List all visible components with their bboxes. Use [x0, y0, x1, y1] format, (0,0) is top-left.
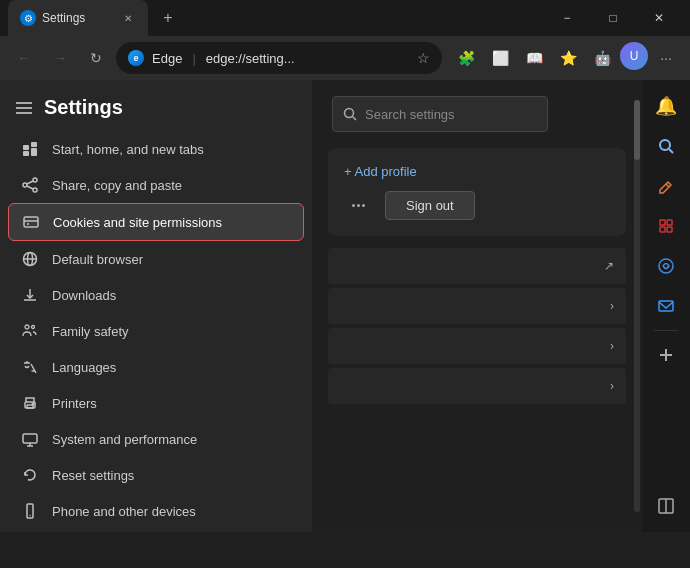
- sidebar-item-label: Default browser: [52, 252, 143, 267]
- family-safety-icon: [20, 321, 40, 341]
- svg-point-4: [33, 178, 37, 182]
- sign-out-button[interactable]: Sign out: [385, 191, 475, 220]
- downloads-icon: [20, 285, 40, 305]
- svg-point-41: [659, 259, 673, 273]
- svg-line-7: [27, 181, 33, 184]
- main-content: Settings Start, home, and new tabs: [0, 80, 690, 532]
- sign-out-row: Sign out: [344, 191, 610, 220]
- search-icon: [343, 107, 357, 121]
- sidebar-nav: Start, home, and new tabs Share, copy an…: [0, 127, 312, 532]
- tab-groups-icon[interactable]: ⬜: [484, 42, 516, 74]
- copilot-sidebar-icon[interactable]: [648, 248, 684, 284]
- title-bar: ⚙ Settings ✕ + − □ ✕: [0, 0, 690, 36]
- svg-rect-37: [660, 220, 665, 225]
- edit-icon[interactable]: [648, 168, 684, 204]
- mail-icon[interactable]: [648, 288, 684, 324]
- maximize-button[interactable]: □: [590, 0, 636, 36]
- browser-toolbar: 🧩 ⬜ 📖 ⭐ 🤖 U ···: [450, 42, 682, 74]
- languages-icon: [20, 357, 40, 377]
- add-profile-button[interactable]: + Add profile: [344, 164, 610, 179]
- window-controls: − □ ✕: [544, 0, 682, 36]
- sidebar-item-languages[interactable]: Languages: [8, 349, 304, 385]
- sidebar-item-label: Phone and other devices: [52, 504, 196, 519]
- scrollbar[interactable]: [634, 100, 640, 512]
- more-tools-icon[interactable]: ···: [650, 42, 682, 74]
- content-row-1: ↗: [328, 248, 626, 284]
- scrollbar-thumb[interactable]: [634, 100, 640, 160]
- address-field[interactable]: e Edge | edge://setting... ☆: [116, 42, 442, 74]
- svg-line-35: [669, 149, 673, 153]
- sidebar-item-label: Family safety: [52, 324, 129, 339]
- sidebar-item-accessibility[interactable]: Accessibility: [8, 529, 304, 532]
- svg-line-36: [666, 184, 669, 187]
- sidebar-item-share-copy[interactable]: Share, copy and paste: [8, 167, 304, 203]
- content-row-3: ›: [328, 328, 626, 364]
- reading-mode-icon[interactable]: 📖: [518, 42, 550, 74]
- share-copy-icon: [20, 175, 40, 195]
- tab-close-button[interactable]: ✕: [120, 10, 136, 26]
- svg-point-11: [27, 223, 29, 225]
- back-button[interactable]: ←: [8, 42, 40, 74]
- svg-point-17: [25, 325, 29, 329]
- profile-section: + Add profile Sign out: [328, 148, 626, 236]
- expand-icon[interactable]: [648, 488, 684, 524]
- sidebar-item-reset-settings[interactable]: Reset settings: [8, 457, 304, 493]
- reset-settings-icon: [20, 465, 40, 485]
- close-button[interactable]: ✕: [636, 0, 682, 36]
- search-placeholder: Search settings: [365, 107, 455, 122]
- sidebar-item-label: Printers: [52, 396, 97, 411]
- minimize-button[interactable]: −: [544, 0, 590, 36]
- extensions-icon[interactable]: 🧩: [450, 42, 482, 74]
- tab-label: Settings: [42, 11, 85, 25]
- sidebar-item-system-performance[interactable]: System and performance: [8, 421, 304, 457]
- forward-button[interactable]: →: [44, 42, 76, 74]
- content-row-4: ›: [328, 368, 626, 404]
- sidebar-item-label: Downloads: [52, 288, 116, 303]
- sidebar-item-printers[interactable]: Printers: [8, 385, 304, 421]
- tab-icon: ⚙: [20, 10, 36, 26]
- svg-line-8: [27, 186, 33, 189]
- notifications-icon[interactable]: 🔔: [648, 88, 684, 124]
- hamburger-menu-button[interactable]: [16, 102, 32, 114]
- address-bar: ← → ↻ e Edge | edge://setting... ☆ 🧩 ⬜ 📖…: [0, 36, 690, 80]
- star-icon[interactable]: ☆: [417, 50, 430, 66]
- add-tool-button[interactable]: [648, 337, 684, 373]
- svg-rect-38: [667, 220, 672, 225]
- edge-sidebar-toolbar: 🔔: [642, 80, 690, 532]
- more-options-button[interactable]: [344, 200, 373, 211]
- sidebar-item-cookies-site[interactable]: Cookies and site permissions: [8, 203, 304, 241]
- settings-tab[interactable]: ⚙ Settings ✕: [8, 0, 148, 36]
- new-tab-button[interactable]: +: [152, 2, 184, 34]
- search-settings-field[interactable]: Search settings: [332, 96, 548, 132]
- cookies-site-icon: [21, 212, 41, 232]
- collections-icon[interactable]: ⭐: [552, 42, 584, 74]
- right-panel: Search settings + Add profile Sign out ↗…: [312, 80, 642, 532]
- sidebar-item-start-home[interactable]: Start, home, and new tabs: [8, 131, 304, 167]
- arrow-right-icon: ›: [610, 299, 614, 313]
- svg-point-34: [660, 140, 670, 150]
- refresh-button[interactable]: ↻: [80, 42, 112, 74]
- sidebar-item-label: Share, copy and paste: [52, 178, 182, 193]
- sidebar-item-downloads[interactable]: Downloads: [8, 277, 304, 313]
- sidebar-item-family-safety[interactable]: Family safety: [8, 313, 304, 349]
- sidebar-item-default-browser[interactable]: Default browser: [8, 241, 304, 277]
- phone-devices-icon: [20, 501, 40, 521]
- sidebar-item-label: System and performance: [52, 432, 197, 447]
- tools-icon[interactable]: [648, 208, 684, 244]
- copilot-icon[interactable]: 🤖: [586, 42, 618, 74]
- svg-rect-40: [667, 227, 672, 232]
- start-home-icon: [20, 139, 40, 159]
- arrow-right-icon: ›: [610, 379, 614, 393]
- profile-avatar[interactable]: U: [620, 42, 648, 70]
- sidebar-title: Settings: [44, 96, 123, 119]
- svg-rect-39: [660, 227, 665, 232]
- content-row-2: ›: [328, 288, 626, 324]
- settings-sidebar: Settings Start, home, and new tabs: [0, 80, 312, 532]
- add-profile-label: + Add profile: [344, 164, 417, 179]
- sidebar-item-phone-devices[interactable]: Phone and other devices: [8, 493, 304, 529]
- search-sidebar-icon[interactable]: [648, 128, 684, 164]
- sidebar-header: Settings: [0, 80, 312, 127]
- svg-rect-3: [31, 148, 37, 156]
- svg-point-21: [32, 403, 34, 405]
- svg-rect-0: [23, 145, 29, 150]
